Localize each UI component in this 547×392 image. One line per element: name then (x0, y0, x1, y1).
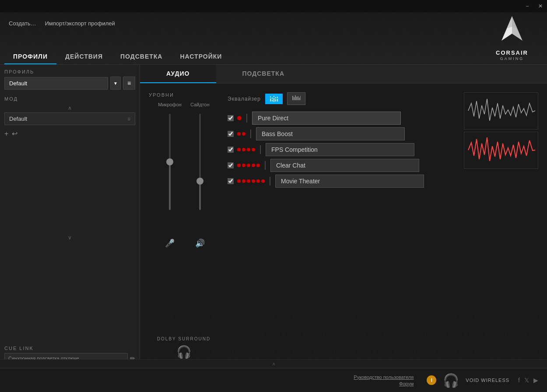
mic-slider[interactable] (169, 114, 171, 210)
levels-section: УРОВНИ Микрофон 🎤 (149, 92, 219, 359)
import-export-link[interactable]: Импорт/экспорт профилей (45, 20, 115, 27)
eq-sliders-icon (270, 95, 278, 102)
profile-menu-button[interactable]: ≡ (123, 77, 135, 90)
preset-name-fps-competition[interactable] (266, 143, 414, 156)
cue-link-label: CUE LINK (4, 341, 135, 351)
preset-dots-pure-direct (237, 116, 242, 120)
mic-icon: 🎤 (165, 238, 175, 248)
dot-5 (256, 179, 260, 183)
profile-dropdown-arrow[interactable]: ▼ (110, 77, 121, 90)
audio-panel: УРОВНИ Микрофон 🎤 (140, 84, 547, 368)
device-name: VOID WIRELESS (466, 378, 509, 383)
preset-name-movie-theater[interactable] (275, 175, 424, 188)
close-button[interactable]: ✕ (534, 0, 547, 12)
svg-rect-16 (296, 97, 297, 100)
preset-item-bass-boost (228, 127, 455, 140)
eq-button-1[interactable] (265, 94, 283, 104)
preset-list (228, 112, 455, 188)
brand-name: CORSAIR (496, 49, 528, 56)
dot-1 (237, 179, 241, 183)
twitter-icon[interactable]: 𝕏 (524, 377, 529, 384)
svg-rect-18 (299, 98, 300, 100)
preset-dots-movie-theater (237, 179, 265, 183)
svg-rect-9 (271, 99, 273, 100)
device-headset-icon: 🎧 (443, 373, 459, 388)
preset-dots-bass-boost (237, 132, 245, 136)
mod-actions: + ↩ (4, 130, 135, 138)
preset-checkbox-clear-chat[interactable] (228, 162, 234, 168)
preset-checkbox-pure-direct[interactable] (228, 115, 234, 121)
mod-item[interactable]: Default ≡ (4, 112, 135, 125)
preset-sep-clear-chat (265, 161, 266, 170)
facebook-icon[interactable]: f (518, 377, 520, 384)
minimize-button[interactable]: − (521, 0, 534, 12)
svg-marker-2 (507, 16, 517, 28)
svg-rect-11 (275, 98, 277, 99)
expand-chevron-icon: ∧ (272, 361, 275, 366)
bottom-social: f 𝕏 ▶ (518, 377, 538, 384)
mod-label: МОД (4, 96, 135, 102)
preset-sep-pure-direct (246, 114, 247, 122)
preset-checkbox-fps-competition[interactable] (228, 147, 234, 153)
mod-chevron-down[interactable]: ∨ (4, 233, 135, 242)
svg-rect-15 (295, 95, 296, 100)
mic-slider-track (169, 109, 171, 232)
mic-label: Микрофон (158, 102, 182, 107)
preset-item-fps-competition (228, 143, 455, 156)
panel-tab-lighting[interactable]: ПОДСВЕТКА (216, 65, 311, 83)
create-link[interactable]: Создать… (9, 20, 36, 27)
dot-5 (256, 164, 260, 167)
titlebar: − ✕ (0, 0, 547, 12)
dot-1 (237, 116, 242, 120)
preset-item-movie-theater (228, 175, 455, 188)
preset-name-pure-direct[interactable] (252, 112, 401, 125)
dot-1 (237, 164, 241, 167)
user-manual-link[interactable]: Руководство пользователя (354, 374, 414, 380)
sidetone-slider[interactable] (199, 114, 201, 210)
sub-header: Создать… Импорт/экспорт профилей (0, 12, 115, 34)
svg-rect-19 (300, 96, 301, 100)
preset-checkbox-bass-boost[interactable] (228, 131, 234, 137)
mod-chevron-up[interactable]: ∧ (4, 104, 135, 112)
preset-dots-clear-chat (237, 164, 260, 167)
dot-2 (242, 148, 245, 151)
waveform-top-svg (466, 94, 536, 127)
dolby-section: DOLBY SURROUND 🎧 (149, 336, 219, 359)
svg-rect-5 (274, 96, 274, 102)
sidetone-slider-track (199, 109, 201, 232)
sidetone-icon: 🔊 (195, 238, 205, 248)
svg-rect-17 (298, 96, 298, 100)
preset-name-bass-boost[interactable] (256, 127, 405, 140)
dot-3 (247, 164, 250, 167)
eq-button-2[interactable] (287, 92, 305, 105)
sidetone-label: Сайдтон (190, 102, 210, 107)
equalizer-section: Эквалайзер (228, 92, 455, 359)
panel-tab-audio[interactable]: АУДИО (140, 65, 216, 83)
sidetone-slider-col: Сайдтон 🔊 (190, 102, 210, 328)
panel-tabs: АУДИО ПОДСВЕТКА (140, 65, 547, 84)
device-info-icon[interactable]: i (427, 375, 436, 385)
svg-rect-8 (270, 98, 271, 98)
add-mod-button[interactable]: + (4, 130, 8, 138)
preset-item-clear-chat (228, 159, 455, 172)
dot-6 (261, 179, 265, 183)
expand-bottom-button[interactable]: ∧ (0, 359, 547, 368)
waveform-bottom-svg (466, 134, 536, 167)
corsair-logo-icon (494, 14, 529, 49)
svg-rect-12 (277, 98, 278, 99)
preset-checkbox-movie-theater[interactable] (228, 178, 234, 184)
svg-rect-14 (294, 97, 295, 100)
svg-rect-10 (273, 97, 275, 98)
profile-label: ПРОФИЛЬ (4, 69, 135, 74)
forum-link[interactable]: Форум (399, 381, 414, 386)
waveform-preview (464, 92, 538, 359)
profile-select[interactable]: Default (4, 77, 108, 90)
preset-sep-movie-theater (270, 177, 270, 186)
youtube-icon[interactable]: ▶ (533, 377, 538, 384)
import-mod-button[interactable]: ↩ (12, 130, 18, 138)
levels-title: УРОВНИ (149, 92, 219, 98)
preset-dots-fps-competition (237, 148, 255, 151)
svg-rect-3 (270, 96, 271, 102)
preset-name-clear-chat[interactable] (270, 159, 419, 172)
dolby-icon[interactable]: 🎧 (149, 345, 219, 359)
